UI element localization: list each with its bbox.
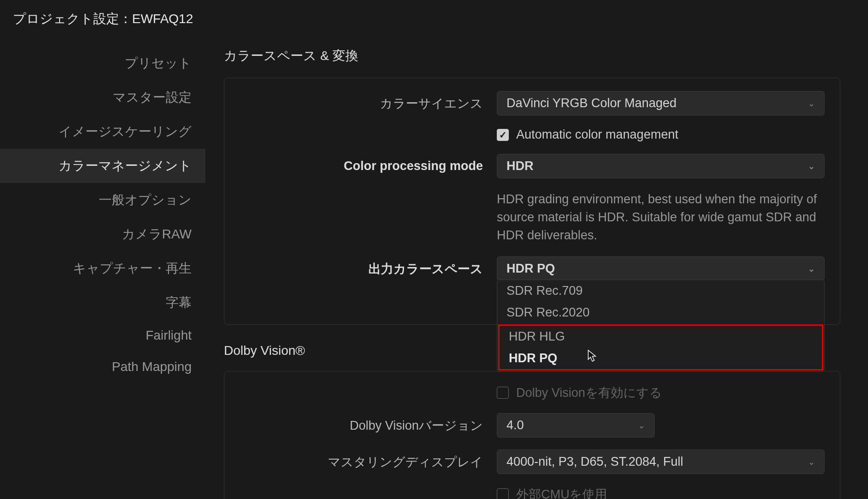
panel-dolby: Dolby Visionを有効にする Dolby Visionバージョン 4.0… xyxy=(224,371,840,499)
label-processing-mode: Color processing mode xyxy=(238,159,497,173)
select-value: DaVinci YRGB Color Managed xyxy=(506,96,676,110)
dropdown-output-colorspace: SDR Rec.709 SDR Rec.2020 HDR HLG HDR PQ xyxy=(497,280,825,372)
dropdown-item-hdr-hlg[interactable]: HDR HLG xyxy=(500,326,822,347)
chevron-down-icon: ⌄ xyxy=(808,161,815,171)
select-mastering-display[interactable]: 4000-nit, P3, D65, ST.2084, Full ⌄ xyxy=(497,450,825,474)
annotation-highlight: HDR HLG HDR PQ xyxy=(498,324,823,371)
select-value: HDR xyxy=(506,159,534,173)
checkbox-enable-dolby[interactable] xyxy=(497,387,509,399)
dropdown-item-sdr-rec2020[interactable]: SDR Rec.2020 xyxy=(497,302,824,323)
window-title: プロジェクト設定：EWFAQ12 xyxy=(0,0,868,38)
chevron-down-icon: ⌄ xyxy=(808,264,815,274)
sidebar-item-general[interactable]: 一般オプション xyxy=(0,183,205,217)
sidebar: プリセット マスター設定 イメージスケーリング カラーマネージメント 一般オプシ… xyxy=(0,38,205,499)
sidebar-item-image-scaling[interactable]: イメージスケーリング xyxy=(0,115,205,149)
label-external-cmu: 外部CMUを使用 xyxy=(516,486,608,499)
sidebar-item-subtitles[interactable]: 字幕 xyxy=(0,286,205,320)
panel-colorspace: カラーサイエンス DaVinci YRGB Color Managed ⌄ Au… xyxy=(224,78,840,325)
processing-mode-description: HDR grading environment, best used when … xyxy=(497,190,820,244)
label-auto-cm: Automatic color management xyxy=(516,128,678,142)
label-color-science: カラーサイエンス xyxy=(238,95,497,112)
sidebar-item-color-management[interactable]: カラーマネージメント xyxy=(0,149,205,183)
select-dv-version[interactable]: 4.0 ⌄ xyxy=(497,413,655,438)
dropdown-item-sdr-rec709[interactable]: SDR Rec.709 xyxy=(497,280,824,302)
select-value: 4000-nit, P3, D65, ST.2084, Full xyxy=(506,455,683,469)
dropdown-item-hdr-pq[interactable]: HDR PQ xyxy=(500,347,822,369)
sidebar-item-path-mapping[interactable]: Path Mapping xyxy=(0,351,205,383)
sidebar-item-fairlight[interactable]: Fairlight xyxy=(0,320,205,351)
label-output-colorspace: 出力カラースペース xyxy=(238,261,497,277)
checkbox-auto-cm[interactable] xyxy=(497,129,509,141)
chevron-down-icon: ⌄ xyxy=(808,457,815,467)
sidebar-item-capture-playback[interactable]: キャプチャー・再生 xyxy=(0,251,205,286)
label-enable-dolby: Dolby Visionを有効にする xyxy=(516,384,662,401)
select-output-colorspace[interactable]: HDR PQ ⌄ xyxy=(497,256,825,281)
select-value: HDR PQ xyxy=(506,262,555,276)
sidebar-item-master[interactable]: マスター設定 xyxy=(0,80,205,115)
section-title-colorspace: カラースペース & 変換 xyxy=(224,47,840,65)
checkbox-external-cmu[interactable] xyxy=(497,488,509,499)
chevron-down-icon: ⌄ xyxy=(638,420,645,431)
select-color-science[interactable]: DaVinci YRGB Color Managed ⌄ xyxy=(497,91,825,116)
label-dv-version: Dolby Visionバージョン xyxy=(238,417,497,434)
chevron-down-icon: ⌄ xyxy=(808,98,815,109)
select-processing-mode[interactable]: HDR ⌄ xyxy=(497,154,825,178)
sidebar-item-presets[interactable]: プリセット xyxy=(0,46,205,80)
select-value: 4.0 xyxy=(506,418,524,432)
label-mastering-display: マスタリングディスプレイ xyxy=(238,454,497,470)
sidebar-item-camera-raw[interactable]: カメラRAW xyxy=(0,217,205,251)
